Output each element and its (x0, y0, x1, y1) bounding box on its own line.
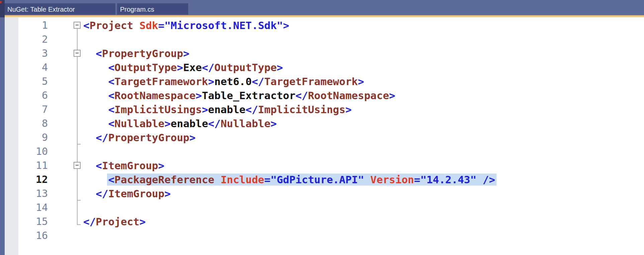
code-line[interactable]: 15</Project> (0, 215, 644, 229)
fold-margin (48, 102, 83, 116)
line-number: 8 (0, 116, 48, 131)
code-line[interactable]: 4 <OutputType>Exe</OutputType> (0, 60, 644, 74)
code-lines-container: 1<Project Sdk="Microsoft.NET.Sdk">23 <Pr… (0, 18, 644, 243)
screen-edge-artifact (0, 1, 2, 3)
code-text: <RootNamespace>Table_Extractor</RootName… (83, 88, 395, 102)
fold-margin (48, 215, 83, 229)
fold-collapse-button[interactable] (74, 50, 81, 57)
code-text: <OutputType>Exe</OutputType> (83, 60, 283, 74)
code-line[interactable]: 9 </PropertyGroup> (0, 131, 644, 145)
fold-margin (48, 187, 83, 201)
tab-program-cs[interactable]: Program.cs (117, 3, 188, 15)
code-line[interactable]: 16 (0, 229, 644, 243)
code-text: <ItemGroup> (83, 159, 165, 173)
fold-margin (48, 60, 83, 74)
fold-margin (48, 18, 83, 32)
code-text: <TargetFramework>net6.0</TargetFramework… (83, 74, 364, 88)
window-left-edge (0, 0, 5, 255)
line-number: 3 (0, 46, 48, 60)
code-line[interactable]: 1<Project Sdk="Microsoft.NET.Sdk"> (0, 18, 644, 32)
code-editor[interactable]: 1<Project Sdk="Microsoft.NET.Sdk">23 <Pr… (0, 17, 644, 255)
code-line[interactable]: 2 (0, 32, 644, 46)
fold-margin (48, 173, 83, 187)
line-number: 7 (0, 102, 48, 116)
code-line[interactable]: 12 <PackageReference Include="GdPicture.… (0, 173, 644, 187)
line-number-active: 12 (0, 173, 48, 187)
code-line[interactable]: 3 <PropertyGroup> (0, 46, 644, 60)
line-number: 14 (0, 201, 48, 215)
code-line[interactable]: 10 (0, 145, 644, 159)
line-number: 11 (0, 159, 48, 173)
selection-highlight: <PackageReference Include="GdPicture.API… (108, 174, 495, 186)
fold-margin (48, 32, 83, 46)
code-text: </PropertyGroup> (83, 131, 196, 145)
line-number: 5 (0, 74, 48, 88)
code-text: <PropertyGroup> (83, 46, 189, 60)
fold-collapse-button[interactable] (74, 22, 81, 29)
line-number: 1 (0, 18, 48, 32)
fold-margin (48, 74, 83, 88)
code-text: <Project Sdk="Microsoft.NET.Sdk"> (83, 18, 289, 32)
tab-label: Program.cs (117, 3, 154, 15)
code-text: <Nullable>enable</Nullable> (83, 116, 277, 131)
fold-margin (48, 159, 83, 173)
code-line[interactable]: 8 <Nullable>enable</Nullable> (0, 116, 644, 131)
fold-collapse-button[interactable] (74, 162, 81, 169)
code-text: </Project> (83, 215, 146, 229)
fold-margin (48, 131, 83, 145)
code-line[interactable]: 11 <ItemGroup> (0, 159, 644, 173)
fold-margin (48, 201, 83, 215)
tab-label: NuGet: Table Extractor (4, 3, 75, 15)
fold-margin (48, 116, 83, 131)
line-number: 13 (0, 187, 48, 201)
line-number: 2 (0, 32, 48, 46)
fold-margin (48, 145, 83, 159)
fold-margin (48, 229, 83, 243)
tab-nuget-table-extractor[interactable]: NuGet: Table Extractor (4, 3, 115, 15)
code-line[interactable]: 7 <ImplicitUsings>enable</ImplicitUsings… (0, 102, 644, 116)
line-number: 9 (0, 131, 48, 145)
line-number: 10 (0, 145, 48, 159)
line-number: 16 (0, 229, 48, 243)
line-number: 4 (0, 60, 48, 74)
code-text: </ItemGroup> (83, 187, 171, 201)
line-number: 15 (0, 215, 48, 229)
code-line[interactable]: 14 (0, 201, 644, 215)
code-line[interactable]: 5 <TargetFramework>net6.0</TargetFramewo… (0, 74, 644, 88)
code-line[interactable]: 6 <RootNamespace>Table_Extractor</RootNa… (0, 88, 644, 102)
document-tab-bar: NuGet: Table Extractor Program.cs (0, 0, 644, 15)
fold-margin (48, 46, 83, 60)
code-line[interactable]: 13 </ItemGroup> (0, 187, 644, 201)
fold-margin (48, 88, 83, 102)
code-text: <ImplicitUsings>enable</ImplicitUsings> (83, 102, 352, 116)
code-text: <PackageReference Include="GdPicture.API… (83, 173, 495, 187)
line-number: 6 (0, 88, 48, 102)
